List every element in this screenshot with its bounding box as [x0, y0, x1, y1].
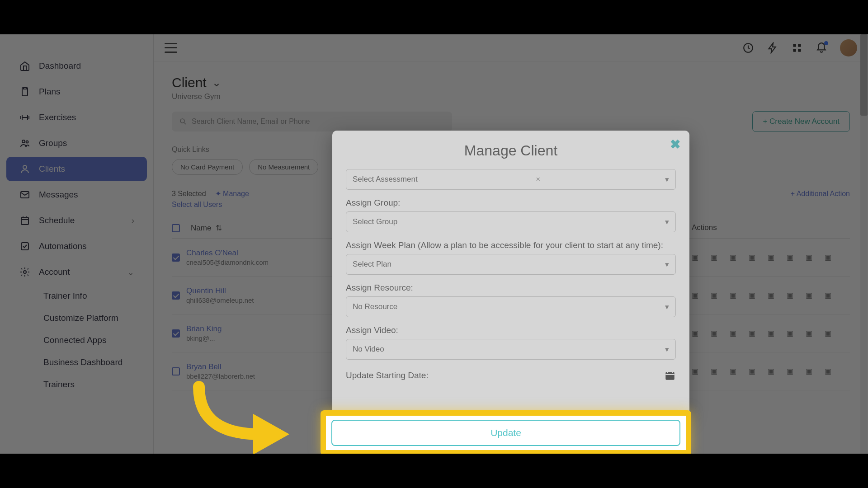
calendar-icon[interactable] — [664, 370, 676, 381]
caret-down-icon: ▾ — [665, 175, 669, 184]
manage-client-modal: ✖ Manage Client Select Assessment × ▾ As… — [332, 131, 689, 418]
select-group[interactable]: Select Group ▾ — [346, 211, 676, 232]
highlight-callout: Update — [321, 410, 691, 455]
letterbox-top — [0, 0, 868, 34]
svg-rect-15 — [667, 371, 668, 373]
caret-down-icon: ▾ — [665, 345, 669, 354]
select-resource[interactable]: No Resource ▾ — [346, 296, 676, 317]
svg-rect-16 — [672, 371, 673, 373]
label-assign-week-plan: Assign Week Plan (Allow a plan to be acc… — [346, 240, 676, 250]
label-assign-group: Assign Group: — [346, 198, 676, 208]
date-row: Update Starting Date: — [346, 370, 676, 381]
select-week-plan[interactable]: Select Plan ▾ — [346, 254, 676, 275]
app-container: Dashboard Plans Exercises Groups Clients… — [0, 34, 868, 454]
label-starting-date: Update Starting Date: — [346, 371, 429, 380]
letterbox-bottom — [0, 454, 868, 488]
modal-title: Manage Client — [332, 131, 689, 165]
svg-rect-17 — [665, 374, 675, 375]
arrow-annotation-icon — [185, 378, 307, 464]
update-button[interactable]: Update — [331, 420, 680, 446]
label-assign-resource: Assign Resource: — [346, 283, 676, 293]
caret-down-icon: ▾ — [665, 302, 669, 312]
caret-down-icon: ▾ — [665, 260, 669, 269]
caret-down-icon: ▾ — [665, 217, 669, 227]
clear-icon[interactable]: × — [536, 175, 540, 184]
modal-body: Select Assessment × ▾ Assign Group: Sele… — [332, 165, 689, 408]
select-video[interactable]: No Video ▾ — [346, 339, 676, 360]
svg-rect-14 — [665, 372, 675, 380]
select-assessment[interactable]: Select Assessment × ▾ — [346, 169, 676, 190]
label-assign-video: Assign Video: — [346, 325, 676, 335]
